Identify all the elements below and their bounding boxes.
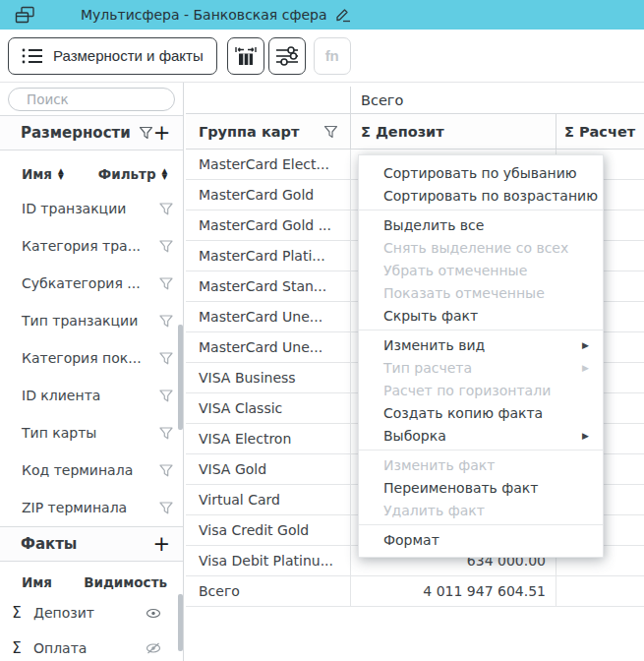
menu-separator (359, 330, 603, 330)
sliders-icon (276, 46, 298, 66)
filter-icon[interactable] (159, 427, 173, 440)
menu-item-hide-fact[interactable]: Скрыть факт (359, 304, 603, 327)
dimension-item[interactable]: Категория тра... (0, 227, 183, 265)
menu-separator (359, 210, 603, 210)
dimension-item[interactable]: Тип карты (0, 414, 183, 451)
menu-item-delete-fact: Удалить факт (359, 499, 603, 521)
corner-cell (186, 87, 351, 114)
filter-icon[interactable] (159, 390, 173, 402)
page-title: Мультисфера - Банковская сфера (81, 7, 326, 23)
column-header-group[interactable]: Группа карт (186, 114, 351, 150)
column-header-calc[interactable]: Σ Расчет (556, 114, 644, 150)
dimension-item[interactable]: ID клиента (0, 377, 183, 414)
menu-item-copy-fact[interactable]: Создать копию факта (359, 401, 603, 424)
visibility-on-icon[interactable] (146, 608, 161, 619)
list-icon (22, 47, 43, 65)
dimensions-columns-header: Имя ▲ ▼ Фильтр ▲ ▼ (0, 150, 183, 190)
total-row[interactable]: Всего 4 011 947 604.51 (186, 576, 644, 607)
fact-item-payment[interactable]: Σ Оплата (0, 631, 183, 661)
dim-col-name-label: Имя (22, 166, 52, 182)
menu-item-sort-asc[interactable]: Сортировать по возрастанию (359, 184, 603, 207)
submenu-arrow-icon: ▶ (582, 340, 589, 350)
dim-col-filter-label: Фильтр (98, 166, 156, 182)
fit-columns-button[interactable] (227, 37, 264, 75)
menu-item-selection[interactable]: Выборка ▶ (359, 424, 603, 447)
fn-formula-button: fn (314, 37, 351, 75)
facts-title: Факты (21, 535, 77, 553)
filter-icon[interactable] (159, 203, 173, 215)
filter-icon[interactable] (159, 315, 173, 328)
add-fact-button[interactable]: + (152, 534, 170, 555)
edit-title-icon[interactable] (335, 7, 352, 23)
sigma-icon: Σ (8, 604, 26, 622)
view-settings-button[interactable] (268, 37, 306, 75)
dimensions-section-header: Размерности + (0, 115, 183, 150)
filter-icon[interactable] (159, 352, 173, 365)
dimension-item[interactable]: Субкатегория ... (0, 265, 183, 302)
submenu-arrow-icon: ▶ (582, 431, 589, 441)
search-input[interactable] (8, 88, 175, 111)
sigma-icon: Σ (8, 639, 26, 657)
submenu-arrow-icon: ▶ (582, 363, 589, 373)
dimension-item[interactable]: Категория пок... (0, 339, 183, 377)
menu-item-sort-desc[interactable]: Сортировать по убыванию (359, 161, 603, 184)
menu-item-remove-marked: Убрать отмеченные (359, 259, 603, 281)
dimensions-facts-panel: Размерности + Имя ▲ ▼ Фильтр ▲ ▼ ID тран… (0, 83, 184, 661)
menu-item-change-view[interactable]: Изменить вид ▶ (359, 333, 603, 356)
facts-columns-header: Имя Видимость (0, 562, 183, 595)
fit-width-icon (235, 46, 257, 66)
menu-separator (359, 524, 603, 525)
dimension-item[interactable]: ID транзакции (0, 190, 183, 227)
dimension-item[interactable]: ZIP терминала (0, 489, 183, 526)
fact-col-visibility-label: Видимость (84, 574, 167, 590)
filter-icon[interactable] (323, 125, 338, 139)
menu-item-select-all[interactable]: Выделить все (359, 213, 603, 236)
menu-item-edit-fact: Изменить факт (359, 453, 603, 476)
dimensions-facts-button[interactable]: Размерности и факты (8, 37, 217, 75)
titlebar: Мультисфера - Банковская сфера (0, 0, 644, 30)
sort-by-name-control[interactable]: ▲ ▼ (58, 168, 64, 181)
filter-icon[interactable] (159, 240, 173, 253)
fn-label: fn (325, 47, 339, 64)
pivot-table-area: Всего Группа карт Σ Депозит Σ Расчет Mas… (184, 83, 644, 661)
window-cascade-icon[interactable] (15, 6, 35, 25)
facts-section-header: Факты + (0, 526, 183, 562)
dimensions-scrollbar-thumb[interactable] (178, 325, 183, 430)
sort-by-filter-control[interactable]: ▲ ▼ (162, 168, 168, 181)
fact-item-deposit[interactable]: Σ Депозит (0, 595, 183, 631)
dimensions-facts-label: Размерности и факты (53, 47, 204, 64)
visibility-off-icon[interactable] (146, 642, 161, 654)
filter-icon[interactable] (159, 277, 173, 290)
dimension-item[interactable]: Код терминала (0, 451, 183, 489)
menu-item-rename-fact[interactable]: Переименовать факт (359, 476, 603, 499)
menu-item-show-marked: Показать отмеченные (359, 281, 603, 304)
menu-separator (359, 450, 603, 451)
total-column-band[interactable]: Всего (351, 87, 644, 114)
column-header-deposit[interactable]: Σ Депозит (351, 114, 556, 150)
fact-context-menu: Сортировать по убыванию Сортировать по в… (358, 154, 604, 558)
dimension-item[interactable]: Тип транзакции (0, 302, 183, 339)
add-dimension-button[interactable]: + (153, 123, 171, 144)
facts-scrollbar-thumb[interactable] (178, 594, 183, 651)
toolbar: Размерности и факты (0, 30, 644, 83)
menu-item-horizontal-calc: Расчет по горизонтали (359, 379, 603, 401)
menu-item-deselect-all: Снять выделение со всех (359, 236, 603, 259)
filter-icon[interactable] (159, 464, 173, 477)
filter-icon[interactable] (159, 502, 173, 514)
fact-col-name-label: Имя (22, 574, 52, 590)
menu-item-format[interactable]: Формат (359, 528, 603, 551)
dimensions-filter-icon[interactable] (139, 126, 153, 140)
dimensions-title: Размерности (21, 124, 131, 142)
menu-item-calc-type: Тип расчета ▶ (359, 356, 603, 379)
